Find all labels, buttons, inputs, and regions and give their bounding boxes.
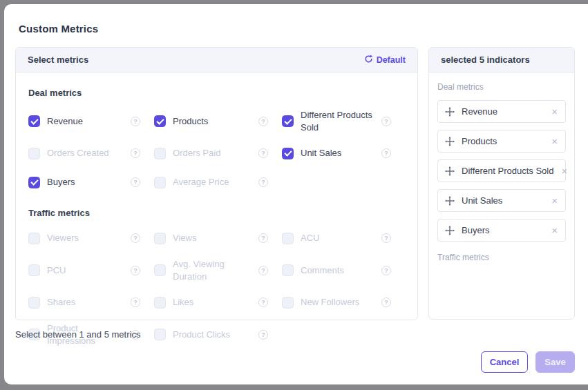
select-metrics-panel-header: Select metrics Default [16, 48, 417, 72]
metric-option[interactable]: Unit Sales [282, 143, 405, 164]
help-icon[interactable] [258, 117, 268, 126]
metric-checkbox[interactable] [28, 115, 40, 127]
drag-handle-icon[interactable] [445, 107, 455, 117]
cancel-button[interactable]: Cancel [481, 351, 528, 373]
selected-metric-card[interactable]: Different Products Sold× [437, 159, 566, 182]
select-metrics-panel: Select metrics Default Deal metricsReven… [15, 47, 418, 320]
metric-option[interactable]: Orders Paid [154, 143, 282, 164]
help-icon[interactable] [381, 266, 391, 275]
selected-metric-label: Unit Sales [462, 195, 502, 206]
selected-indicators-header: selected 5 indicators [429, 48, 574, 72]
help-icon[interactable] [381, 298, 391, 307]
selected-section-label: Traffic metrics [437, 253, 566, 262]
metric-checkbox[interactable] [154, 233, 166, 244]
close-icon[interactable]: × [551, 195, 558, 206]
metric-option-label: Buyers [47, 176, 75, 188]
metric-option-label: Avg. Viewing Duration [173, 258, 252, 282]
metric-checkbox[interactable] [28, 177, 40, 188]
metric-checkbox[interactable] [282, 148, 294, 159]
help-icon[interactable] [131, 148, 140, 158]
metric-checkbox[interactable] [154, 297, 166, 309]
help-icon[interactable] [258, 266, 268, 275]
help-icon[interactable] [258, 298, 268, 307]
help-icon[interactable] [131, 298, 140, 307]
selected-metric-label: Products [462, 136, 497, 146]
metric-checkbox[interactable] [154, 329, 166, 340]
drag-handle-icon[interactable] [445, 226, 455, 235]
help-icon[interactable] [381, 117, 391, 126]
help-icon[interactable] [258, 177, 268, 187]
metric-checkbox[interactable] [154, 148, 166, 159]
metric-option[interactable]: Shares [28, 292, 154, 313]
selected-metric-card[interactable]: Buyers× [437, 219, 566, 242]
metric-option[interactable]: ACU [282, 228, 405, 248]
group-heading: Deal metrics [28, 88, 405, 98]
metric-option-label: Product Clicks [173, 329, 230, 341]
help-icon[interactable] [131, 117, 140, 126]
metric-checkbox[interactable] [282, 233, 294, 244]
save-button[interactable]: Save [535, 351, 575, 373]
metric-option[interactable]: Buyers [28, 172, 154, 193]
metric-option-label: Likes [173, 296, 193, 309]
help-icon[interactable] [131, 177, 140, 187]
metric-checkbox[interactable] [282, 297, 294, 309]
modal-footer: Cancel Save [481, 351, 575, 373]
help-icon[interactable] [381, 233, 391, 243]
metric-option[interactable]: Products [154, 108, 282, 135]
help-icon[interactable] [131, 233, 140, 243]
metric-option[interactable]: Product Clicks [154, 321, 282, 348]
close-icon[interactable]: × [560, 166, 568, 176]
metric-option[interactable]: Orders Created [28, 143, 154, 164]
close-icon[interactable]: × [551, 106, 558, 117]
selected-metric-label: Revenue [462, 106, 497, 117]
metric-option[interactable]: Likes [154, 292, 282, 313]
drag-handle-icon[interactable] [445, 196, 455, 206]
metric-option-label: Viewers [47, 232, 79, 244]
metric-checkbox[interactable] [28, 297, 40, 309]
metric-checkbox[interactable] [154, 115, 166, 127]
close-icon[interactable]: × [551, 136, 558, 146]
metric-option-label: Orders Created [47, 147, 109, 159]
selected-indicators-list: Deal metricsRevenue×Products×Different P… [429, 72, 574, 262]
metric-option[interactable]: Comments [282, 257, 405, 284]
metric-checkbox[interactable] [282, 264, 294, 276]
help-icon[interactable] [131, 266, 140, 275]
selected-metric-card[interactable]: Products× [437, 130, 566, 153]
metric-checkbox[interactable] [28, 233, 40, 244]
selected-section-label: Deal metrics [437, 82, 566, 92]
drag-handle-icon[interactable] [445, 166, 455, 176]
group-heading: Traffic metrics [28, 208, 405, 218]
metric-option[interactable]: Different Products Sold [282, 108, 405, 135]
selected-metric-card[interactable]: Revenue× [437, 100, 566, 123]
metric-checkbox[interactable] [28, 148, 40, 159]
selected-metric-label: Buyers [462, 225, 489, 235]
metric-option-label: ACU [301, 232, 319, 244]
metric-option-label: Orders Paid [173, 147, 220, 159]
selected-metric-label: Different Products Sold [462, 166, 553, 176]
default-button[interactable]: Default [364, 55, 406, 66]
help-icon[interactable] [381, 148, 391, 158]
close-icon[interactable]: × [551, 225, 558, 235]
metric-checkbox[interactable] [154, 177, 166, 188]
metric-option[interactable]: PCU [28, 257, 154, 284]
custom-metrics-modal: Custom Metrics Select metrics Default De… [4, 4, 588, 384]
metric-option[interactable]: Revenue [28, 108, 154, 135]
page-title: Custom Metrics [19, 23, 98, 35]
help-icon[interactable] [258, 148, 268, 158]
drag-handle-icon[interactable] [445, 137, 455, 146]
selected-metric-card[interactable]: Unit Sales× [437, 189, 566, 212]
help-icon[interactable] [258, 233, 268, 243]
metric-option[interactable]: New Followers [282, 292, 405, 313]
metric-option[interactable]: Average Price [154, 172, 282, 193]
metric-option[interactable]: Viewers [28, 228, 154, 248]
metric-option-label: Views [173, 232, 196, 244]
select-metrics-heading: Select metrics [28, 55, 88, 65]
metric-option[interactable]: Views [154, 228, 282, 248]
metric-checkbox[interactable] [28, 264, 40, 276]
metric-option[interactable]: Avg. Viewing Duration [154, 257, 282, 284]
metric-checkbox[interactable] [282, 115, 294, 127]
refresh-icon [364, 55, 373, 66]
metric-grid: RevenueProductsDifferent Products SoldOr… [28, 108, 405, 193]
metric-checkbox[interactable] [154, 264, 166, 276]
help-icon[interactable] [258, 330, 268, 340]
